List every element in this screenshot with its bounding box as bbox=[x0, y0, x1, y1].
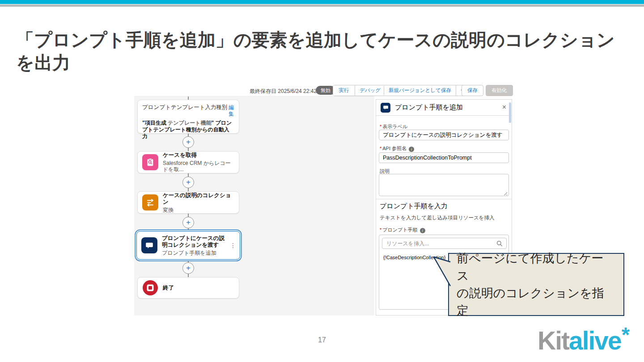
run-debug-button-group: 実行 デバッグ bbox=[333, 85, 386, 96]
flow-canvas[interactable]: プロンプトテンプレート入力種別 編集 "項目生成 テンプレート機能" プロンプト… bbox=[134, 96, 374, 316]
prompt-icon bbox=[381, 103, 390, 113]
panel-divider bbox=[376, 199, 512, 199]
slide-title-line2: を出力 bbox=[16, 51, 638, 74]
kitalive-logo: Kitalive* bbox=[538, 323, 630, 360]
transform-icon bbox=[142, 194, 158, 210]
flow-node-subtitle: Salesforce CRM からレコードを取... bbox=[163, 160, 234, 173]
close-panel-button[interactable]: × bbox=[502, 103, 506, 112]
field-label-text: 説明 bbox=[380, 168, 390, 174]
flow-node-subtitle: プロンプト手順を追加 bbox=[162, 250, 229, 256]
flow-node-title: ケースの説明のコレクション bbox=[163, 192, 234, 206]
info-icon[interactable]: i bbox=[420, 228, 425, 233]
annotation-callout: 前ページにて作成したケース の説明のコレクションを指定 bbox=[448, 253, 624, 316]
add-element-button[interactable]: + bbox=[182, 177, 194, 188]
search-icon bbox=[496, 240, 503, 248]
slide-title: 「プロンプト手順を追加」の要素を追加してケースの説明のコレクション を出力 bbox=[16, 29, 638, 74]
display-label-input[interactable] bbox=[379, 130, 509, 140]
flow-node-title: 終了 bbox=[163, 285, 174, 291]
required-marker: * bbox=[380, 227, 381, 232]
insert-resource-input[interactable] bbox=[382, 238, 507, 249]
flow-node-template-input-type[interactable]: プロンプトテンプレート入力種別 編集 "項目生成 テンプレート機能" プロンプト… bbox=[137, 100, 239, 134]
flow-node-transform[interactable]: ケースの説明のコレクション 変換 bbox=[137, 191, 239, 214]
flow-node-title: プロンプトテンプレート入力種別 bbox=[142, 104, 227, 111]
required-marker: * bbox=[380, 124, 381, 129]
callout-line1: 前ページにて作成したケース bbox=[457, 250, 616, 285]
plus-icon: + bbox=[186, 218, 191, 227]
top-gray-bar bbox=[0, 4, 644, 7]
info-icon[interactable]: i bbox=[409, 147, 414, 152]
logo-asterisk-icon: * bbox=[622, 317, 630, 353]
end-icon bbox=[142, 280, 158, 296]
field-label-text: 表示ラベル bbox=[382, 124, 407, 129]
flow-node-end[interactable]: 終了 bbox=[137, 277, 239, 299]
body-highlight: テンプレート機能 bbox=[168, 120, 211, 126]
prompt-instructions-field-label: *プロンプト手順i bbox=[380, 227, 425, 233]
save-version-button-group: 新規バージョンとして保存 ▼ bbox=[384, 85, 468, 96]
node-menu-button[interactable]: ⋮ bbox=[230, 242, 236, 249]
activate-button[interactable]: 有効化 bbox=[486, 85, 513, 96]
prompt-section-heading: プロンプト手順を入力 bbox=[380, 202, 448, 210]
api-name-input[interactable] bbox=[379, 152, 509, 163]
panel-title: プロンプト手順を追加 bbox=[395, 103, 463, 112]
top-accent-bar bbox=[0, 0, 644, 4]
callout-line2: の説明のコレクションを指定 bbox=[457, 285, 616, 320]
debug-button[interactable]: デバッグ bbox=[355, 85, 385, 96]
field-label-text: プロンプト手順 bbox=[382, 227, 417, 232]
plus-icon: + bbox=[186, 178, 191, 186]
slide: 「プロンプト手順を追加」の要素を追加してケースの説明のコレクション を出力 最終… bbox=[0, 0, 644, 362]
required-marker: * bbox=[380, 146, 381, 151]
save-button[interactable]: 保存 bbox=[462, 85, 483, 96]
plus-icon: + bbox=[186, 138, 191, 146]
page-number: 17 bbox=[311, 336, 333, 344]
flow-node-title: プロンプトにケースの説明コレクションを渡す bbox=[162, 235, 229, 248]
flow-node-get-records[interactable]: ケースを取得 Salesforce CRM からレコードを取... bbox=[137, 151, 239, 173]
plus-icon: + bbox=[186, 264, 191, 272]
add-element-button[interactable]: + bbox=[182, 262, 194, 274]
flow-node-add-prompt-instructions[interactable]: プロンプトにケースの説明コレクションを渡す プロンプト手順を追加 ⋮ bbox=[136, 231, 240, 260]
panel-scrollbar-thumb[interactable] bbox=[509, 102, 511, 123]
panel-header: プロンプト手順を追加 × bbox=[376, 100, 512, 116]
description-textarea[interactable] bbox=[379, 174, 509, 196]
display-label-field-label: *表示ラベル bbox=[380, 123, 407, 130]
logo-kit-text: Kit bbox=[538, 326, 569, 355]
record-lookup-icon bbox=[142, 154, 158, 170]
slide-title-line1: 「プロンプト手順を追加」の要素を追加してケースの説明のコレクション bbox=[16, 29, 638, 51]
edit-link[interactable]: 編集 bbox=[228, 104, 234, 118]
close-icon: × bbox=[502, 103, 506, 111]
body-prefix: "項目生成 bbox=[142, 120, 168, 126]
save-as-new-version-button[interactable]: 新規バージョンとして保存 bbox=[384, 85, 456, 96]
flow-node-subtitle: 変換 bbox=[163, 207, 234, 213]
callout-tail bbox=[432, 255, 451, 290]
prompt-section-subtext: テキストを入力して差し込み項目リソースを挿入 bbox=[380, 215, 495, 221]
api-name-field-label: *API 参照名i bbox=[380, 145, 414, 152]
field-label-text: API 参照名 bbox=[382, 146, 407, 151]
flow-node-title: ケースを取得 bbox=[163, 152, 234, 159]
prompt-icon bbox=[141, 237, 157, 253]
add-element-button[interactable]: + bbox=[182, 217, 194, 228]
kebab-icon: ⋮ bbox=[230, 242, 236, 249]
last-saved-label: 最終保存日 2025/6/24 22:42 bbox=[250, 88, 317, 95]
logo-alive-text: alive bbox=[569, 326, 621, 355]
run-button[interactable]: 実行 bbox=[333, 85, 355, 96]
add-element-button[interactable]: + bbox=[182, 136, 194, 148]
